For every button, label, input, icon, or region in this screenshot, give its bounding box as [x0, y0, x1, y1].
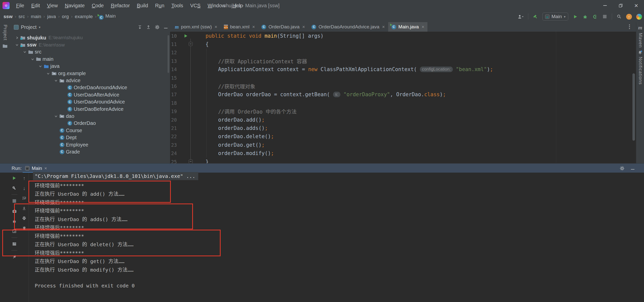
menu-refactor[interactable]: Refactor [108, 2, 133, 10]
menu-code[interactable]: Code [89, 2, 107, 10]
stop-button[interactable] [602, 15, 608, 18]
build-hammer-icon[interactable] [533, 14, 538, 19]
chevron-down-icon[interactable]: ▾ [39, 25, 41, 29]
menu-edit[interactable]: Edit [28, 2, 43, 10]
project-scrollbar[interactable] [168, 35, 169, 73]
close-tab-icon[interactable]: × [422, 24, 424, 30]
fold-marker-icon[interactable]: − [189, 42, 193, 46]
editor-tab-OrderDao.java[interactable]: C OrderDao.java × [258, 22, 308, 32]
editor-options-icon[interactable]: ⋮ [627, 24, 632, 30]
stripe-item-maven[interactable]: m Maven [636, 25, 644, 48]
editor-scrollbar[interactable] [632, 73, 635, 141]
tree-item-java[interactable]: java [10, 63, 170, 70]
tree-item-UserDaoBeforeAdvice[interactable]: C UserDaoBeforeAdvice [10, 106, 170, 113]
tree-item-shujuku[interactable]: shujukuE:\learn\shujuku [10, 34, 170, 41]
code-editor[interactable]: 10 public static void main(String[] args… [170, 32, 636, 163]
tree-item-UserDaoAroundAdvice[interactable]: C UserDaoAroundAdvice [10, 98, 170, 106]
project-panel-title[interactable]: Project [21, 24, 36, 30]
down-button[interactable]: ↓ [19, 183, 29, 193]
win-max-button[interactable] [613, 0, 628, 11]
breadcrumb-Main[interactable]: CMain [99, 13, 116, 20]
stop-button[interactable] [10, 196, 19, 206]
settings-icon[interactable] [155, 25, 159, 29]
tree-collapse-icon[interactable] [22, 50, 28, 54]
editor-tab-bean.xml[interactable]: </> bean.xml × [221, 22, 258, 32]
tree-item-ssw[interactable]: sswE:\learn\ssw [10, 41, 170, 48]
restore-layout-button[interactable] [10, 239, 19, 249]
menu-view[interactable]: View [44, 2, 61, 10]
project-stripe-label[interactable]: Project [3, 25, 8, 40]
search-icon[interactable] [616, 14, 622, 19]
attach-debugger-button[interactable] [10, 216, 19, 226]
breadcrumb-java[interactable]: java [47, 14, 56, 19]
win-min-button[interactable] [597, 0, 613, 11]
close-tab-icon[interactable]: × [252, 24, 255, 30]
win-close-button[interactable]: × [628, 0, 644, 11]
tree-item-OrderDao[interactable]: C OrderDao [10, 120, 170, 127]
tree-collapse-icon[interactable] [14, 43, 20, 46]
hide-icon[interactable] [164, 25, 168, 29]
tree-collapse-icon[interactable] [53, 79, 59, 82]
print-button[interactable] [19, 213, 29, 223]
tree-collapse-icon[interactable] [37, 65, 43, 68]
tree-item-advice[interactable]: advice [10, 77, 170, 84]
tree-item-Employee[interactable]: C Employee [10, 141, 170, 148]
menu-run[interactable]: Run [152, 2, 168, 10]
breadcrumb-org[interactable]: org [62, 14, 69, 19]
expand-all-icon[interactable] [138, 25, 142, 29]
close-tab-icon[interactable]: × [215, 24, 217, 30]
debug-button[interactable] [582, 15, 588, 19]
tree-item-org.example[interactable]: org.example [10, 70, 170, 77]
run-settings-icon[interactable] [620, 166, 624, 171]
run-tab-main[interactable]: Main × [25, 164, 47, 173]
breadcrumb-ssw[interactable]: ssw [4, 14, 13, 19]
sphere-icon[interactable] [636, 14, 642, 20]
tree-item-dao[interactable]: dao [10, 113, 170, 120]
coverage-button[interactable] [592, 15, 598, 19]
editor-tab-Main.java[interactable]: C Main.java × [388, 22, 428, 32]
menu-tools[interactable]: Tools [168, 2, 186, 10]
scroll-end-button[interactable] [19, 203, 29, 213]
stripe-item-notifications[interactable]: Notifications [636, 50, 644, 85]
tree-item-OrderDaoAroundAdvice[interactable]: C OrderDaoAroundAdvice [10, 84, 170, 91]
tree-collapse-icon[interactable] [45, 72, 51, 75]
close-tab-icon[interactable]: × [302, 24, 305, 30]
tree-item-Grade[interactable]: C Grade [10, 148, 170, 155]
run-line-icon[interactable] [184, 34, 188, 38]
tree-item-Course[interactable]: C Course [10, 127, 170, 134]
run-config-combo[interactable]: Main ▾ [542, 13, 568, 21]
user-icon[interactable] [518, 15, 524, 19]
up-button[interactable]: ↑ [19, 173, 29, 183]
breadcrumb-src[interactable]: src [19, 14, 25, 19]
dump-threads-button[interactable] [10, 206, 19, 216]
collapse-all-icon[interactable] [146, 25, 150, 29]
tree-item-src[interactable]: src [10, 48, 170, 56]
edit-config-button[interactable] [10, 183, 19, 193]
soft-wrap-button[interactable] [19, 193, 29, 203]
run-hide-icon[interactable] [631, 166, 634, 171]
menu-build[interactable]: Build [134, 2, 151, 10]
tree-collapse-icon[interactable] [29, 58, 35, 61]
menu-navigate[interactable]: Navigate [62, 2, 88, 10]
tree-expand-icon[interactable] [14, 36, 20, 39]
fold-marker-icon[interactable]: − [189, 160, 193, 163]
run-button[interactable] [573, 15, 578, 19]
editor-tab-pom.xml (ssw)[interactable]: m pom.xml (ssw) × [172, 22, 221, 32]
project-stripe-folder-icon[interactable] [2, 44, 8, 48]
rerun-button[interactable] [10, 173, 19, 183]
close-run-tab-icon[interactable]: × [44, 166, 47, 171]
breadcrumb-example[interactable]: example [75, 14, 93, 19]
clear-button[interactable] [19, 223, 29, 233]
breadcrumb-main[interactable]: main [31, 14, 41, 19]
menu-file[interactable]: File [13, 2, 27, 10]
tree-collapse-icon[interactable] [53, 115, 59, 118]
editor-tab-OrderDaoAroundAdvice.java[interactable]: C OrderDaoAroundAdvice.java × [308, 22, 388, 32]
pin-button[interactable] [10, 252, 19, 262]
tree-item-Dept[interactable]: C Dept [10, 134, 170, 141]
update-icon[interactable]: ↑ [626, 14, 632, 20]
tree-item-main[interactable]: main [10, 56, 170, 63]
console-output[interactable]: "C:\Program Files\Java\jdk1.8.0_101\bin\… [29, 173, 644, 302]
frame-button[interactable] [10, 226, 19, 236]
close-tab-icon[interactable]: × [382, 24, 385, 30]
menu-vcs[interactable]: VCS [187, 2, 204, 10]
